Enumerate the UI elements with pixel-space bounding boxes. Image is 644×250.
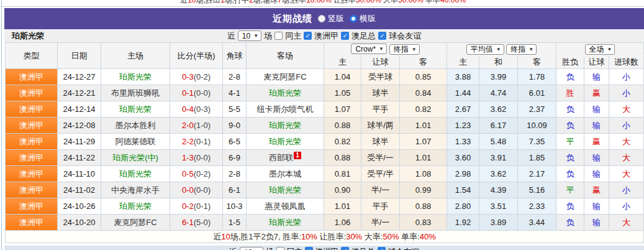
score-cell: 2-0(1-0) (170, 118, 223, 134)
previous-summary-text: 近10场,胜出1场,打平2场,输球7场,胜率10.00% 让胜率30.00% 大… (2, 0, 644, 6)
avg-home-odds: 1.23 (447, 118, 479, 134)
near-label: 近 (227, 30, 235, 42)
count-suffix: 场 (264, 30, 272, 42)
home-team-link[interactable]: 珀斯光荣(中) (101, 150, 170, 166)
average-select[interactable]: 平均值▼ (466, 44, 504, 55)
away-team-link[interactable]: 麦克阿瑟FC (247, 69, 324, 85)
home-team-link[interactable]: 珀斯光荣 (101, 69, 170, 85)
avg-away-odds: 10.09 (518, 118, 556, 134)
league-badge[interactable]: 澳洲甲 (6, 198, 58, 215)
handicap-home-odds: 0.81 (324, 166, 361, 182)
handicap-home-odds: 0.82 (324, 134, 361, 150)
home-team-link[interactable]: 阿德莱德联 (101, 134, 170, 150)
match-date: 24-11-22 (58, 150, 101, 166)
goals-result-cell: 大 (609, 215, 644, 231)
home-team-link[interactable]: 布里斯班狮吼 (101, 85, 170, 101)
sub-header-goals: 进球数 (609, 56, 644, 69)
half-score: (1-0) (194, 121, 211, 130)
away-team-link[interactable]: 墨尔本城 (247, 166, 324, 182)
handicap-result-cell: 输 (584, 69, 609, 85)
match-date: 24-12-08 (58, 118, 101, 134)
final-odds-select-2[interactable]: 终指▼ (506, 44, 537, 55)
league-badge[interactable]: 澳洲甲 (6, 118, 58, 134)
avg-home-odds: 2.67 (447, 101, 479, 118)
layout-option-vertical[interactable]: 竖版 (318, 13, 344, 24)
half-score: (0-3) (194, 104, 211, 114)
half-score: (0-0) (194, 153, 211, 162)
league-badge[interactable]: 澳洲甲 (6, 182, 58, 198)
goals-result-cell: 小 (609, 85, 644, 101)
handicap-line: 球半 (361, 134, 400, 150)
home-team-link[interactable]: 墨尔本胜利 (101, 118, 170, 134)
league3-checkbox[interactable]: ✓ (378, 32, 386, 40)
score-cell: 0-0(0-0) (170, 182, 223, 198)
league1-checkbox[interactable]: ✓ (304, 32, 312, 40)
sub-header-e-draw: 和 (479, 56, 518, 69)
bookmaker-select[interactable]: Crow*▼ (351, 44, 387, 54)
league3-checkbox[interactable]: ✓ (378, 247, 386, 250)
home-team-link[interactable]: 中央海岸水手 (101, 182, 170, 198)
col-header-away: 客场 (247, 43, 324, 69)
home-team-link[interactable]: 麦克阿瑟FC (101, 215, 170, 231)
away-team-link[interactable]: 珀斯光荣 (247, 182, 324, 198)
league1-checkbox[interactable]: ✓ (305, 247, 313, 250)
table-row: 澳洲甲 24-12-21 布里斯班狮吼 0-1(0-0) 4-1 珀斯光荣 1.… (6, 85, 644, 101)
red-card-badge: 1 (294, 152, 301, 159)
col-header-home: 主场 (101, 43, 170, 69)
result-cell: 平 (556, 134, 584, 150)
goals-result-cell: 大 (609, 134, 644, 150)
avg-draw-odds: 3.99 (479, 69, 518, 85)
result-cell: 负 (556, 118, 584, 134)
layout-option-horizontal[interactable]: 横版 (350, 13, 376, 24)
away-team-link[interactable]: 惠灵顿凤凰 (247, 198, 324, 215)
scope-select[interactable]: 全场▼ (585, 44, 615, 55)
same-host-checkbox[interactable] (276, 247, 284, 250)
home-team-link[interactable]: 珀斯光荣 (101, 166, 170, 182)
final-odds-value-1: 终指 (394, 44, 409, 55)
half-score: (0-2) (194, 169, 211, 178)
score-cell: 6-1(5-0) (170, 215, 223, 231)
avg-draw-odds: 4.39 (479, 182, 518, 198)
match-count-select[interactable]: 10 ▼ (238, 30, 261, 41)
match-count-select[interactable]: 10 ▼ (240, 247, 263, 250)
result-cell: 胜 (556, 85, 584, 101)
home-team-link[interactable]: 珀斯光荣 (101, 101, 170, 118)
home-team-link[interactable]: 珀斯光荣 (101, 198, 170, 215)
league-badge[interactable]: 澳洲甲 (6, 69, 58, 85)
avg-draw-odds: 5.48 (479, 134, 518, 150)
corner-score: 2-8 (223, 69, 247, 85)
handicap-result-cell: 输 (584, 198, 609, 215)
radio-vertical-icon[interactable] (318, 15, 325, 22)
league-badge[interactable]: 澳洲甲 (6, 134, 58, 150)
handicap-home-odds: 1.01 (324, 198, 361, 215)
radio-horizontal-icon[interactable] (350, 15, 357, 22)
handicap-line: 平手 (361, 198, 400, 215)
away-team-link[interactable]: 西部联1 (247, 150, 324, 166)
away-team-link[interactable]: 纽卡斯尔喷气机 (247, 101, 324, 118)
league-badge[interactable]: 澳洲甲 (6, 166, 58, 182)
league-badge[interactable]: 澳洲甲 (6, 215, 58, 231)
summary-row: 近10场,胜1平2负7, 胜率:10% 让胜率:30% 大率:50% 单率:40… (6, 231, 644, 243)
radio-vertical-label: 竖版 (328, 13, 344, 24)
chevron-down-icon: ▼ (607, 47, 612, 52)
away-team-link[interactable]: 珀斯光荣 (247, 118, 324, 134)
sub-header-handicap-result: 让球 (584, 56, 609, 69)
final-odds-select-1[interactable]: 终指▼ (389, 44, 420, 55)
same-host-checkbox[interactable] (274, 32, 283, 40)
league-badge[interactable]: 澳洲甲 (6, 85, 58, 101)
match-date: 24-12-14 (58, 101, 101, 118)
league-badge[interactable]: 澳洲甲 (6, 101, 58, 118)
score-cell: 0-2(0-1) (170, 198, 223, 215)
league2-checkbox[interactable]: ✓ (341, 247, 349, 250)
league-badge[interactable]: 澳洲甲 (6, 150, 58, 166)
corner-score: 4-1 (223, 85, 247, 101)
avg-draw-odds: 4.74 (479, 85, 518, 101)
sub-header-l-home: 主 (324, 56, 361, 69)
goals-result-cell: 大 (609, 101, 644, 118)
full-score: 0-2 (182, 201, 194, 211)
away-team-link[interactable]: 珀斯光荣 (247, 215, 324, 231)
away-team-link[interactable]: 珀斯光荣 (247, 85, 324, 101)
away-team-link[interactable]: 珀斯光荣 (247, 134, 324, 150)
league2-checkbox[interactable]: ✓ (341, 32, 349, 40)
half-score: (0-0) (194, 88, 211, 98)
